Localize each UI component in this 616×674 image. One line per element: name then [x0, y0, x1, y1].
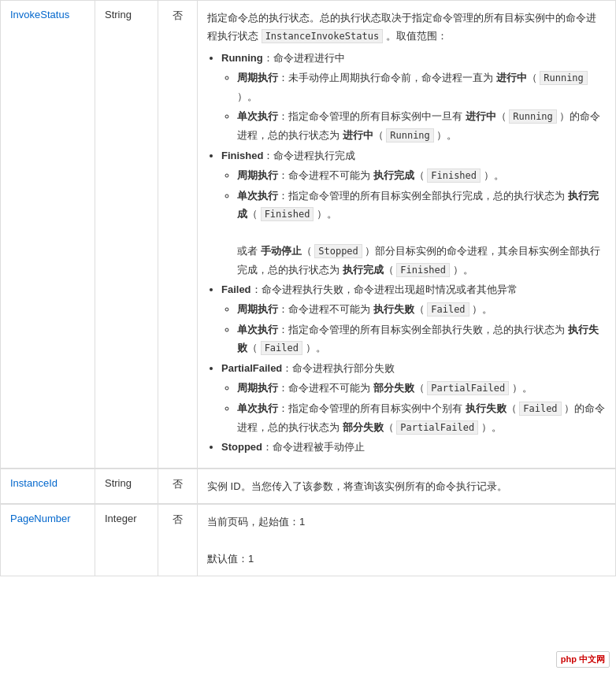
field-name-page-number: PageNumber — [1, 504, 95, 576]
field-desc-page-number: 当前页码，起始值：1 默认值：1 — [198, 504, 616, 576]
field-type-invoke-status: String — [95, 1, 158, 468]
field-required-invoke-status: 否 — [158, 1, 198, 468]
field-type-page-number: Integer — [95, 504, 158, 576]
field-name-invoke-status: InvokeStatus — [1, 1, 95, 468]
field-required-page-number: 否 — [158, 504, 198, 576]
field-name-instance-id: InstanceId — [1, 468, 95, 504]
field-desc-instance-id: 实例 ID。当您传入了该参数，将查询该实例所有的命令执行记录。 — [198, 468, 616, 504]
table-row-page-number: PageNumber Integer 否 当前页码，起始值：1 默认值：1 — [1, 504, 616, 576]
invoke-status-description: 指定命令总的执行状态。总的执行状态取决于指定命令管理的所有目标实例中的命令进程执… — [207, 9, 606, 457]
field-type-instance-id: String — [95, 468, 158, 504]
table-row-instance-id: InstanceId String 否 实例 ID。当您传入了该参数，将查询该实… — [1, 468, 616, 504]
field-desc-invoke-status: 指定命令总的执行状态。总的执行状态取决于指定命令管理的所有目标实例中的命令进程执… — [198, 1, 616, 468]
field-required-instance-id: 否 — [158, 468, 198, 504]
table-row-invoke-status: InvokeStatus String 否 指定命令总的执行状态。总的执行状态取… — [1, 1, 616, 468]
